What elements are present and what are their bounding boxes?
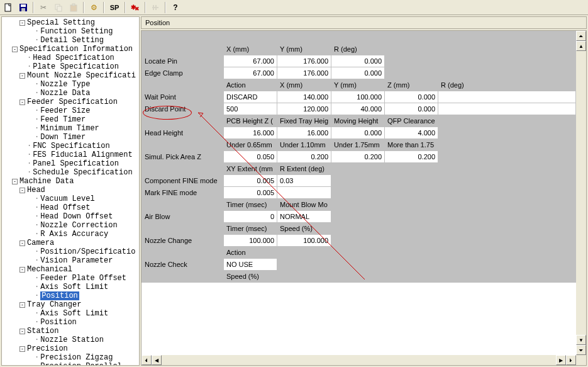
tree-item[interactable]: ·Nozzle Correction [4,221,139,230]
tree-item-label[interactable]: Mechanical [27,265,72,274]
tree-item[interactable]: ·FNC Specification [4,142,139,150]
collapse-icon[interactable]: - [19,240,25,246]
grid-cell[interactable]: 0.050 [224,151,277,163]
tree-item[interactable]: -Mechanical [4,265,139,274]
grid-cell[interactable]: 0.000 [331,127,385,139]
collapse-icon[interactable]: - [19,346,25,352]
tree-item-label[interactable]: Nozzle Data [40,89,90,98]
tree-item[interactable]: ·Position/Specificatio [4,247,139,256]
tree-item-label[interactable]: Mount Nozzle Specificati [27,71,136,80]
tree-item[interactable]: -Mount Nozzle Specificati [4,71,139,80]
tree-item-label[interactable]: Function Setting [40,27,113,36]
tree-item[interactable]: ·Nozzle Data [4,89,139,98]
grid-cell[interactable]: DISCARD [224,91,277,103]
tree-item[interactable]: -Camera [4,239,139,247]
tree-item[interactable]: -Tray Changer [4,300,139,309]
tree-item-label[interactable]: Axis Soft Limit [40,309,108,318]
grid-cell[interactable]: 0 [224,211,277,223]
tree-item[interactable]: ·Head Specification [4,54,139,62]
tree-item-label[interactable]: Position [40,291,79,300]
collapse-icon[interactable]: - [19,188,25,193]
collapse-icon[interactable]: - [19,267,25,273]
scroll-last-icon[interactable]: ⏵ [566,355,576,365]
grid-cell[interactable]: 67.000 [224,55,277,67]
grid-cell[interactable]: 0.000 [385,91,438,103]
grid-cell[interactable]: 16.000 [277,127,331,139]
collapse-icon[interactable]: - [19,20,25,26]
tree-item[interactable]: ·Down Timer [4,133,139,142]
tree-item-label[interactable]: FES Fiducial Alignment [33,150,132,159]
tree-item-label[interactable]: Feed Timer [40,115,86,124]
grid-cell[interactable]: 0.000 [385,103,438,115]
grid-cell[interactable]: 4.000 [385,127,438,139]
collapse-icon[interactable]: - [19,329,25,334]
grid-cell[interactable]: 100.000 [331,91,385,103]
tree-item-label[interactable]: Head Offset [40,203,90,212]
grid-cell[interactable]: NO USE [224,259,277,271]
grid-cell[interactable]: 500 [224,103,277,115]
tree-pane[interactable]: -Special Setting·Function Setting·Detail… [1,16,140,366]
tree-item-label[interactable]: Schedule Specification [33,168,132,177]
tree-item[interactable]: ·Panel Specification [4,159,139,168]
tree-item[interactable]: ·R Axis Accuracy [4,230,139,239]
grid-cell[interactable]: 100.000 [224,235,277,247]
tree-item-label[interactable]: Precision Zigzag [40,353,113,362]
grid-cell[interactable]: 16.000 [224,127,277,139]
scroll-right-icon[interactable]: ▶ [556,355,566,365]
grid-cell[interactable]: 0.200 [277,151,331,163]
tree-item[interactable]: ·Feeder Size [4,106,139,115]
tree-item[interactable]: ·Vision Parameter [4,256,139,265]
tree-item[interactable]: ·Precision Zigzag [4,353,139,362]
tree-item-label[interactable]: Panel Specification [33,159,119,168]
tree-item-label[interactable]: FNC Specification [33,142,109,150]
tree-item-label[interactable]: Feeder Size [40,106,90,115]
grid-cell[interactable]: 120.000 [277,103,331,115]
collapse-icon[interactable]: - [12,47,18,52]
new-file-icon[interactable] [1,1,15,14]
grid-cell[interactable]: 100.000 [277,235,331,247]
horizontal-scrollbar[interactable]: ⏴ ◀ ▶ ⏵ [141,355,576,365]
tree-item[interactable]: ·Position [4,291,139,300]
tree-item[interactable]: ·Function Setting [4,27,139,36]
scroll-up-icon[interactable]: ▲ [576,41,586,51]
tree-item[interactable]: ·Detail Setting [4,36,139,45]
tree-item[interactable]: ·Nozzle Station [4,336,139,344]
tree-item-label[interactable]: Vision Parameter [40,256,113,265]
grid-cell[interactable]: 0.005 [224,187,277,199]
tree-item-label[interactable]: Camera [27,239,54,247]
save-icon[interactable] [16,1,30,14]
tree-item[interactable]: ·Minimum Timer [4,124,139,133]
tree-item[interactable]: ·Vacuum Level [4,195,139,203]
tree-item-label[interactable]: Machine Data [19,177,74,186]
tree-item-label[interactable]: Axis Soft Limit [40,283,108,291]
tree-item-label[interactable]: Precision [27,344,68,353]
tree-item[interactable]: ·Precision Parallel [4,362,139,366]
tree-item-label[interactable]: Minimum Timer [40,124,99,133]
grid-cell[interactable]: 176.000 [277,55,331,67]
tree-item[interactable]: ·Head Down Offset [4,212,139,221]
tree-item-label[interactable]: Vacuum Level [40,195,94,203]
tree-item-label[interactable]: Special Setting [27,18,95,27]
tree-item-label[interactable]: Head [27,186,45,195]
grid-cell[interactable]: 0.000 [331,55,385,67]
grid-cell[interactable] [277,187,331,199]
tree-item[interactable]: ·Feed Timer [4,115,139,124]
grid-cell[interactable]: 176.000 [277,67,331,79]
tree-item-label[interactable]: Nozzle Station [40,336,104,344]
grid-cell[interactable]: 40.000 [331,103,385,115]
tree-item-label[interactable]: Position/Specificatio [40,247,135,256]
scroll-left-icon[interactable]: ◀ [152,355,162,365]
grid-cell[interactable]: NORMAL [277,211,331,223]
tree-item-label[interactable]: Station [27,327,58,336]
tree-item[interactable]: -Feeder Specification [4,98,139,106]
scroll-top-icon[interactable]: ⏶ [576,31,586,41]
collapse-icon[interactable]: - [12,179,18,184]
tree-item[interactable]: -Machine Data [4,177,139,186]
tree-item[interactable]: ·Schedule Specification [4,168,139,177]
tree-item[interactable]: ·FES Fiducial Alignment [4,150,139,159]
tree-item[interactable]: -Special Setting [4,18,139,27]
vertical-scrollbar[interactable]: ⏶ ▲ ▼ ⏷ [576,31,586,355]
tree-item[interactable]: -Precision [4,344,139,353]
scroll-first-icon[interactable]: ⏴ [141,355,152,365]
tree-item-label[interactable]: Detail Setting [40,36,104,45]
